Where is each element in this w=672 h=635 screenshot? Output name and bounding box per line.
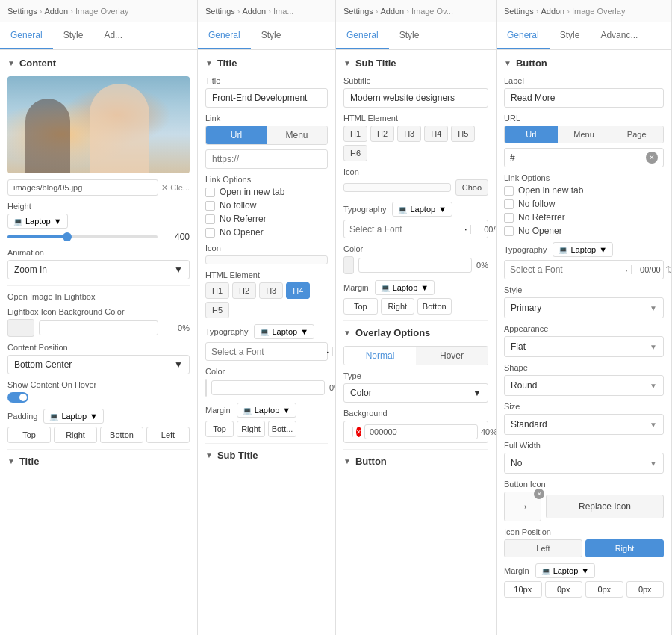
url4-clear[interactable]: ✕ <box>646 152 658 164</box>
fullwidth4-dropdown[interactable]: No ▼ <box>504 453 664 474</box>
margin3-right[interactable] <box>381 298 415 315</box>
typography4-device[interactable]: 💻 Laptop ▼ <box>553 242 613 257</box>
font4-input[interactable] <box>510 264 622 275</box>
lightbox-bg-input[interactable] <box>39 320 158 335</box>
checkbox4-new-tab[interactable] <box>504 186 514 196</box>
checkbox4-noreferrer[interactable] <box>504 213 514 223</box>
appearance4-dropdown[interactable]: Flat ▼ <box>504 336 664 357</box>
margin2-device[interactable]: 💻 Laptop ▼ <box>237 403 297 418</box>
tab-general-4[interactable]: General <box>497 22 550 49</box>
url4-tab-url[interactable]: Url <box>505 126 558 143</box>
breadcrumb4-settings[interactable]: Settings <box>504 7 534 16</box>
icon3-box[interactable] <box>343 183 451 192</box>
html-h6-3[interactable]: H6 <box>343 145 367 161</box>
breadcrumb-settings[interactable]: Settings <box>7 7 37 16</box>
clear-button[interactable]: ✕ Cle... <box>161 183 190 193</box>
html-h3-2[interactable]: H3 <box>259 282 283 299</box>
html-h1-3[interactable]: H1 <box>343 126 367 142</box>
url4-tab-menu[interactable]: Menu <box>558 126 611 143</box>
typography2-device[interactable]: 💻 Laptop ▼ <box>254 324 314 339</box>
margin2-top[interactable] <box>205 421 234 437</box>
padding-right[interactable] <box>54 427 97 443</box>
tab-style-4[interactable]: Style <box>550 22 591 49</box>
button-icon4-remove[interactable]: ✕ <box>534 489 544 499</box>
margin3-device[interactable]: 💻 Laptop ▼ <box>375 280 435 295</box>
font2-size[interactable] <box>332 347 335 356</box>
tab-style-2[interactable]: Style <box>251 22 292 49</box>
color2-input[interactable] <box>211 380 325 395</box>
show-hover-toggle[interactable] <box>7 392 28 403</box>
typography3-device[interactable]: 💻 Laptop ▼ <box>392 202 452 217</box>
type-select[interactable]: Color ▼ <box>343 383 488 403</box>
tab-advanced-1[interactable]: Ad... <box>93 22 133 49</box>
overlay-tab-normal[interactable]: Normal <box>344 347 416 365</box>
breadcrumb3-addon[interactable]: Addon <box>380 7 404 16</box>
link-tab-url[interactable]: Url <box>206 126 267 144</box>
height-device-dropdown[interactable]: 💻 Laptop ▼ <box>7 214 68 229</box>
html-h4-2[interactable]: H4 <box>286 282 310 299</box>
icon2-box[interactable] <box>205 255 328 264</box>
tab-style-3[interactable]: Style <box>389 22 430 49</box>
choose-icon-button[interactable]: Choo <box>455 179 488 196</box>
margin4-bottom[interactable] <box>585 581 623 598</box>
color3-swatch[interactable] <box>343 256 354 274</box>
checkbox-new-tab[interactable] <box>205 188 215 197</box>
tab-general-2[interactable]: General <box>198 22 251 49</box>
breadcrumb4-addon[interactable]: Addon <box>541 7 564 16</box>
html-h3-3[interactable]: H3 <box>397 126 421 142</box>
lightbox-bg-swatch[interactable] <box>7 319 34 337</box>
margin4-top[interactable] <box>504 581 542 598</box>
style4-dropdown[interactable]: Primary ▼ <box>504 297 664 318</box>
margin3-top[interactable] <box>343 298 378 315</box>
icon-position4-left[interactable]: Left <box>504 539 582 557</box>
font2-input[interactable] <box>211 347 323 357</box>
margin4-right[interactable] <box>545 581 583 598</box>
tab-advance-4[interactable]: Advanc... <box>590 22 648 49</box>
color2-swatch[interactable] <box>205 379 207 397</box>
color3-input[interactable] <box>358 258 472 273</box>
shape4-dropdown[interactable]: Round ▼ <box>504 375 664 396</box>
url4-input[interactable] <box>510 152 643 163</box>
html-h2-2[interactable]: H2 <box>232 282 256 299</box>
breadcrumb3-settings[interactable]: Settings <box>343 7 373 16</box>
tab-general-1[interactable]: General <box>0 22 53 49</box>
url-input[interactable] <box>205 149 328 169</box>
checkbox4-noopener[interactable] <box>504 226 514 236</box>
link-tab-menu[interactable]: Menu <box>267 126 327 144</box>
file-input[interactable] <box>7 179 158 196</box>
bg-close[interactable]: ✕ <box>356 427 361 437</box>
font3-input[interactable] <box>349 224 461 235</box>
animation-select[interactable]: Zoom In ▼ <box>7 260 190 279</box>
overlay-tab-hover[interactable]: Hover <box>416 347 488 365</box>
title-input[interactable] <box>205 88 328 108</box>
label4-input[interactable] <box>504 88 664 108</box>
html-h5-3[interactable]: H5 <box>451 126 475 142</box>
height-slider[interactable] <box>7 235 158 238</box>
checkbox-nofollow[interactable] <box>205 201 215 211</box>
checkbox-noreferrer[interactable] <box>205 214 215 224</box>
html-h2-3[interactable]: H2 <box>370 126 394 142</box>
margin2-right[interactable] <box>237 421 265 437</box>
icon-position4-right[interactable]: Right <box>585 539 664 557</box>
html-h4-3[interactable]: H4 <box>424 126 448 142</box>
margin2-bottom[interactable] <box>268 421 296 437</box>
margin4-left[interactable] <box>626 581 665 598</box>
padding-top[interactable] <box>7 427 51 443</box>
tab-general-3[interactable]: General <box>336 22 389 49</box>
padding-bottom[interactable] <box>100 427 143 443</box>
font3-size[interactable] <box>470 225 496 234</box>
image-preview[interactable] <box>7 76 190 173</box>
subtitle-input[interactable] <box>343 88 488 108</box>
margin3-bottom[interactable] <box>417 298 452 315</box>
html-h5-2[interactable]: H5 <box>205 302 229 318</box>
content-position-select[interactable]: Bottom Center ▼ <box>7 355 190 374</box>
size4-dropdown[interactable]: Standard ▼ <box>504 414 664 435</box>
bg-swatch-clear[interactable] <box>352 427 353 437</box>
checkbox4-nofollow[interactable] <box>504 199 514 209</box>
padding-device-dropdown[interactable]: 💻 Laptop ▼ <box>43 409 104 424</box>
bg-hex-input[interactable] <box>364 424 478 439</box>
font4-size[interactable] <box>631 265 661 274</box>
breadcrumb-addon[interactable]: Addon <box>44 7 68 16</box>
replace-icon-button[interactable]: Replace Icon <box>546 495 664 518</box>
html-h1-2[interactable]: H1 <box>205 282 229 299</box>
